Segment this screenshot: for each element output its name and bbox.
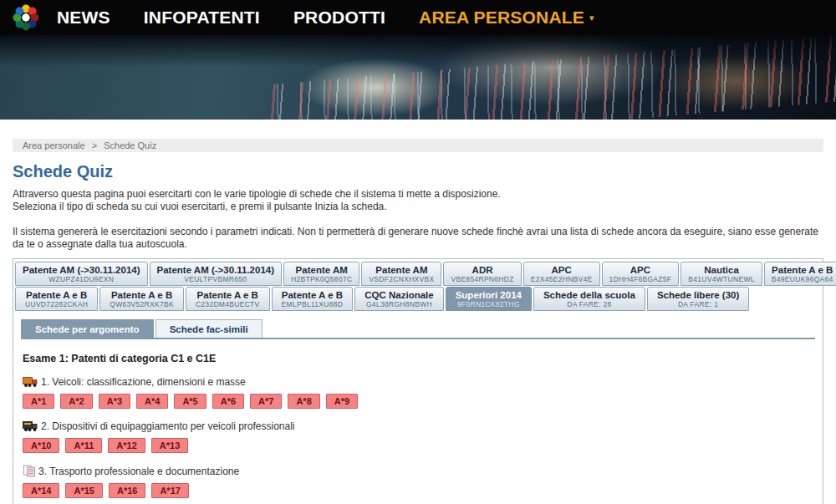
- license-tab[interactable]: Nautica B41UV4WTUNEWL: [681, 262, 762, 286]
- nav-item-area-personale[interactable]: AREA PERSONALE: [419, 8, 584, 28]
- license-tab[interactable]: Patente A e B QW63V52RXK7BK: [99, 287, 184, 311]
- nav-item-prodotti[interactable]: PRODOTTI: [293, 8, 385, 27]
- tab-code: EMLPBL11XU88D: [282, 300, 344, 308]
- license-tab[interactable]: Schede libere (30) DA FARE: 1: [647, 287, 749, 311]
- intro-line-1: Attraverso questa pagina puoi esercitart…: [13, 188, 823, 201]
- tab-label: Patente A e B: [25, 290, 88, 300]
- sheet-button[interactable]: A*4: [136, 394, 168, 409]
- tab-code: WZUPZ41DU9EXN: [23, 275, 140, 283]
- license-tab[interactable]: ADR VBE854RPN6HDZ: [443, 262, 521, 286]
- license-tab[interactable]: Patente AM (->30.11.2014) VEULTPVBMR650: [150, 262, 283, 286]
- tab-label: Patente A e B: [196, 290, 260, 300]
- tab-code: VBE854RPN6HDZ: [451, 275, 513, 283]
- tab-code: UUVD72282CKAH: [25, 300, 88, 308]
- tab-code: VEULTPVBMR650: [157, 275, 275, 283]
- license-tab[interactable]: Superiori 2014 9F0RN1CK82THG: [446, 287, 532, 311]
- tab-code: E2X45E2HNBV4E: [531, 275, 593, 283]
- sheet-button[interactable]: A*11: [65, 438, 102, 453]
- topic-group: 3. Trasporto professionale e documentazi…: [23, 465, 813, 498]
- tab-code: B41UV4WTUNEWL: [688, 275, 754, 283]
- license-tab[interactable]: Patente A e B B49EUUK96QA64: [764, 262, 836, 286]
- license-tab[interactable]: Patente A e B C232DM4BUECTV: [186, 287, 270, 311]
- sheet-button[interactable]: A*14: [23, 483, 59, 498]
- nav-item-news[interactable]: NEWS: [57, 8, 110, 27]
- sheet-button-row: A*1A*2A*3A*4A*5A*6A*7A*8A*9: [23, 394, 813, 409]
- tab-label: Nautica: [688, 265, 754, 275]
- chevron-down-icon[interactable]: ▾: [589, 13, 594, 23]
- sheet-button[interactable]: A*6: [212, 394, 244, 409]
- intro-line-2: Seleziona il tipo di scheda su cui vuoi …: [13, 201, 823, 213]
- page-title: Schede Quiz: [13, 162, 823, 181]
- tab-label: Patente A e B: [110, 290, 174, 300]
- tab-code: B49EUUK96QA64: [772, 275, 833, 283]
- license-tab[interactable]: APC E2X45E2HNBV4E: [523, 262, 600, 286]
- sheet-button[interactable]: A*7: [250, 394, 282, 409]
- subtab[interactable]: Schede fac-simili: [155, 319, 263, 338]
- tab-label: Patente AM (->30.11.2014): [23, 265, 140, 275]
- topic-group: 1. Veicoli: classificazione, dimensioni …: [23, 376, 813, 409]
- license-tab[interactable]: APC 1DHH4F6BGAZ5F: [602, 262, 680, 286]
- sheet-button[interactable]: A*15: [65, 483, 102, 498]
- sheet-button-row: A*10A*11A*12A*13: [23, 438, 813, 453]
- sheet-button[interactable]: A*9: [326, 394, 358, 409]
- sheet-button[interactable]: A*16: [109, 483, 145, 498]
- tab-label: Patente AM: [291, 265, 352, 275]
- license-tabs-row-1: Patente AM (->30.11.2014) WZUPZ41DU9EXN …: [14, 261, 822, 286]
- tab-code: H2BTPK0Q5807C: [291, 275, 352, 283]
- breadcrumb-area-personale[interactable]: Area personale: [23, 140, 85, 150]
- breadcrumb: Area personale > Schede Quiz: [13, 139, 823, 152]
- sheet-button-row: A*14A*15A*16A*17: [23, 483, 813, 498]
- license-tabs-row-2: Patente A e B UUVD72282CKAH Patente A e …: [14, 286, 822, 311]
- sheet-button[interactable]: A*1: [23, 394, 54, 409]
- sheet-button[interactable]: A*12: [108, 438, 145, 453]
- subtabs-bar: Schede per argomento Schede fac-simili: [21, 319, 815, 339]
- nav-menu: NEWSINFOPATENTIPRODOTTI: [57, 8, 419, 28]
- intro-paragraph: Il sistema genererà le esercitazioni sec…: [13, 226, 823, 251]
- tab-label: Patente AM (->30.11.2014): [157, 265, 275, 275]
- tab-label: Schede libere (30): [657, 290, 739, 300]
- sheet-button[interactable]: A*8: [288, 394, 319, 409]
- license-tab[interactable]: CQC Nazionale G4L38RGH8NBWH: [354, 287, 443, 311]
- tab-code: 1DHH4F6BGAZ5F: [609, 275, 672, 283]
- license-tab[interactable]: Patente AM (->30.11.2014) WZUPZ41DU9EXN: [15, 262, 148, 286]
- breadcrumb-current: Schede Quiz: [104, 140, 156, 150]
- tab-code: 9F0RN1CK82THG: [456, 300, 522, 308]
- tab-code: DA FARE: 28: [543, 300, 635, 308]
- sheet-button[interactable]: A*5: [174, 394, 206, 409]
- truck-dark-icon: [23, 420, 38, 432]
- license-tab[interactable]: Patente AM H2BTPK0Q5807C: [283, 262, 359, 286]
- sheet-button[interactable]: A*13: [151, 438, 188, 453]
- hero-image: [0, 35, 836, 120]
- breadcrumb-separator: >: [92, 140, 97, 150]
- documents-icon: [23, 465, 36, 477]
- tab-label: Superiori 2014: [456, 290, 522, 300]
- subtab[interactable]: Schede per argomento: [21, 319, 154, 338]
- tab-code: DA FARE: 1: [657, 300, 739, 308]
- sheet-button[interactable]: A*17: [151, 483, 188, 498]
- sheet-button[interactable]: A*3: [99, 394, 130, 409]
- colorwheel-logo-icon[interactable]: [10, 2, 42, 33]
- license-tab[interactable]: Patente A e B UUVD72282CKAH: [15, 287, 98, 311]
- license-tab[interactable]: Patente AM VSDF2CNXHXVBX: [361, 262, 441, 286]
- license-tab[interactable]: Schede della scuola DA FARE: 28: [533, 287, 645, 311]
- topic-group: 2. Dispositivi di equipaggiamento per ve…: [23, 420, 813, 453]
- sheet-button[interactable]: A*10: [23, 438, 59, 453]
- top-navigation-bar: NEWSINFOPATENTIPRODOTTI AREA PERSONALE ▾: [0, 0, 836, 35]
- tab-label: Patente A e B: [282, 290, 344, 300]
- exam-heading: Esame 1: Patenti di categoria C1 e C1E: [23, 353, 813, 364]
- quiz-panel: Patente AM (->30.11.2014) WZUPZ41DU9EXN …: [13, 258, 823, 504]
- sheet-button[interactable]: A*2: [60, 394, 92, 409]
- tab-label: Patente AM: [369, 265, 434, 275]
- tab-label: APC: [531, 265, 593, 275]
- tab-label: Patente A e B: [772, 265, 833, 275]
- tab-code: G4L38RGH8NBWH: [364, 300, 433, 308]
- intro-text: Attraverso questa pagina puoi esercitart…: [13, 188, 823, 251]
- tab-code: QW63V52RXK7BK: [110, 300, 174, 308]
- topic-title: 3. Trasporto professionale e documentazi…: [38, 466, 239, 477]
- truck-orange-icon: [23, 376, 38, 388]
- tab-label: CQC Nazionale: [364, 290, 433, 300]
- license-tab[interactable]: Patente A e B EMLPBL11XU88D: [272, 287, 354, 311]
- tab-code: VSDF2CNXHXVBX: [369, 275, 434, 283]
- nav-item-infopatenti[interactable]: INFOPATENTI: [144, 8, 260, 27]
- hero-shadow-decoration: [0, 35, 836, 67]
